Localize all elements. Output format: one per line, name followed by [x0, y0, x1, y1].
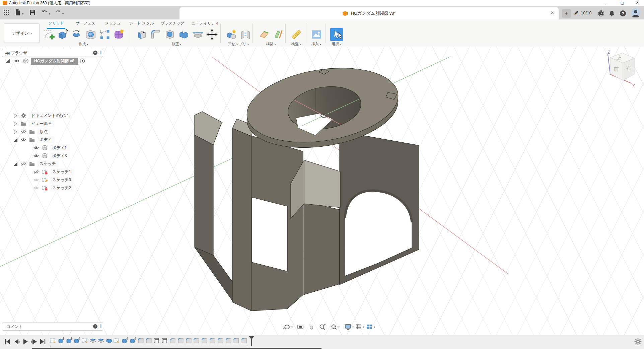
undo-icon[interactable]	[41, 9, 50, 17]
browser-item[interactable]: ボディ	[0, 136, 55, 143]
settings-gear-icon[interactable]	[634, 338, 642, 345]
browser-item[interactable]: ビュー管理	[0, 120, 54, 127]
browser-item-label[interactable]: スケッチ1	[50, 168, 74, 176]
timeline-marker[interactable]	[248, 336, 255, 347]
zoom-icon[interactable]	[319, 323, 326, 331]
eye-dim-icon[interactable]	[33, 185, 39, 191]
orbit-icon[interactable]	[283, 323, 291, 331]
group-select[interactable]: 選択 ▾	[332, 42, 341, 47]
browser-item[interactable]: スケッチ1	[0, 168, 74, 176]
edit-counter[interactable]: 10/10	[573, 10, 592, 16]
tab-surface[interactable]: サーフェス	[74, 20, 97, 28]
browser-item[interactable]: ボディ3	[0, 152, 70, 159]
move-icon[interactable]	[206, 28, 218, 41]
expander-expanded-icon[interactable]	[5, 59, 10, 63]
browser-item-root[interactable]: HGガンダム肘関節 v8	[0, 57, 85, 65]
timeline-item-sketch[interactable]	[81, 337, 88, 344]
viewport-canvas[interactable]: ◀◀ ブラウザ − ∥ HGガンダム肘関節 v8 ドキュメントの設定ビュー管理原…	[0, 47, 644, 335]
eye-visible-icon[interactable]	[33, 153, 39, 158]
job-status-clock-icon[interactable]	[597, 10, 605, 17]
eye-icon[interactable]	[14, 58, 19, 64]
timeline-item-shell[interactable]	[89, 337, 96, 344]
timeline-item-fillet[interactable]	[185, 337, 192, 344]
grid-settings-icon[interactable]	[355, 323, 362, 331]
timeline-item-fillet[interactable]	[225, 337, 232, 344]
timeline-item-fillet[interactable]	[209, 337, 216, 344]
redo-icon[interactable]	[54, 9, 63, 17]
browser-options-icon[interactable]: −	[93, 51, 97, 55]
comment-add-icon[interactable]: +	[93, 324, 97, 329]
tab-sheetmetal[interactable]: シート メタル	[128, 20, 155, 28]
comment-box[interactable]: コメント + ∥	[2, 323, 103, 331]
orbit-icon-caret[interactable]: ▾	[291, 326, 293, 329]
model-arch-chamfer-front[interactable]	[304, 160, 340, 208]
model-part[interactable]	[195, 58, 419, 311]
timeline-item-fillet[interactable]	[193, 337, 200, 344]
group-inspect[interactable]: 検査 ▾	[291, 42, 301, 47]
timeline-item-extrude[interactable]	[66, 337, 73, 344]
redo-caret-icon[interactable]: ▾	[62, 11, 64, 17]
browser-item-label[interactable]: スケッチ3	[50, 177, 74, 184]
split-icon[interactable]	[192, 28, 204, 41]
browser-item-label[interactable]: ボディ3	[50, 152, 70, 159]
file-menu-icon[interactable]	[14, 9, 23, 17]
timeline-skip-end-icon[interactable]	[39, 338, 47, 345]
browser-item-label[interactable]: ドキュメントの設定	[28, 112, 71, 119]
browser-item[interactable]: ボディ1	[0, 144, 70, 151]
fit-icon[interactable]	[330, 323, 338, 331]
timeline-step-forward-icon[interactable]	[30, 338, 38, 345]
group-construct[interactable]: 構築 ▾	[266, 42, 276, 47]
look-at-icon[interactable]	[297, 323, 304, 331]
timeline-item-combine[interactable]	[105, 337, 113, 344]
timeline-item-fillet[interactable]	[233, 337, 240, 344]
timeline-item-chamfer[interactable]	[169, 337, 176, 344]
construct-plane-icon[interactable]	[258, 28, 271, 41]
timeline-item-fillet[interactable]	[137, 337, 144, 344]
combine-icon[interactable]	[177, 28, 190, 41]
expander-expanded-icon[interactable]	[13, 162, 18, 166]
viewports-icon[interactable]	[366, 323, 373, 331]
press-pull-icon[interactable]	[135, 28, 148, 41]
create-sketch-icon[interactable]	[42, 28, 55, 41]
timeline-item-shell[interactable]	[97, 337, 104, 344]
browser-item[interactable]: スケッチ3	[0, 176, 74, 184]
maximize-button[interactable]: ▢	[617, 0, 627, 6]
browser-grip[interactable]: ∥	[100, 50, 102, 55]
app-grid-menu-icon[interactable]	[3, 9, 11, 17]
display-settings-icon[interactable]	[344, 323, 352, 331]
model-arch-left-leg[interactable]	[304, 201, 340, 295]
timeline-item-fillet[interactable]	[241, 337, 248, 344]
timeline-item-fillet[interactable]	[217, 337, 224, 344]
notifications-bell-icon[interactable]	[608, 10, 616, 17]
browser-item-label[interactable]: スケッチ2	[50, 185, 74, 192]
timeline-step-back-icon[interactable]	[13, 338, 21, 345]
timeline-item-sketch[interactable]	[50, 337, 57, 344]
timeline-item-offset[interactable]	[153, 337, 160, 344]
new-tab-button[interactable]: +	[562, 9, 571, 18]
timeline-item-sketch[interactable]	[113, 337, 120, 344]
browser-item-label[interactable]: ビュー管理	[28, 120, 54, 127]
expander-collapsed-icon[interactable]	[13, 122, 18, 126]
group-insert[interactable]: 挿入 ▾	[311, 42, 321, 47]
comment-grip[interactable]: ∥	[100, 324, 102, 328]
measure-icon[interactable]	[290, 28, 303, 41]
model-front-left-leg[interactable]	[232, 128, 251, 311]
timeline-skip-start-icon[interactable]	[3, 338, 11, 345]
viewports-icon-caret[interactable]: ▾	[374, 326, 375, 329]
shell-icon[interactable]	[163, 28, 176, 41]
browser-item[interactable]: ドキュメントの設定	[0, 112, 71, 119]
browser-item-label[interactable]: 原点	[37, 128, 50, 135]
expander-expanded-icon[interactable]	[13, 138, 18, 142]
group-modify[interactable]: 修正 ▾	[171, 42, 181, 47]
construct-axis-icon[interactable]	[272, 28, 285, 41]
timeline-item-extrude[interactable]	[73, 337, 80, 344]
eye-dim-icon[interactable]	[33, 177, 39, 183]
group-assembly[interactable]: アセンブリ ▾	[227, 42, 248, 47]
timeline-item-fillet[interactable]	[177, 337, 184, 344]
insert-canvas-icon[interactable]	[310, 28, 323, 41]
browser-item[interactable]: 原点	[0, 128, 50, 135]
browser-item[interactable]: スケッチ	[0, 160, 59, 167]
group-create[interactable]: 作成 ▾	[78, 42, 88, 47]
new-component-icon[interactable]	[225, 28, 238, 41]
tab-solid[interactable]: ソリッド	[47, 20, 65, 29]
